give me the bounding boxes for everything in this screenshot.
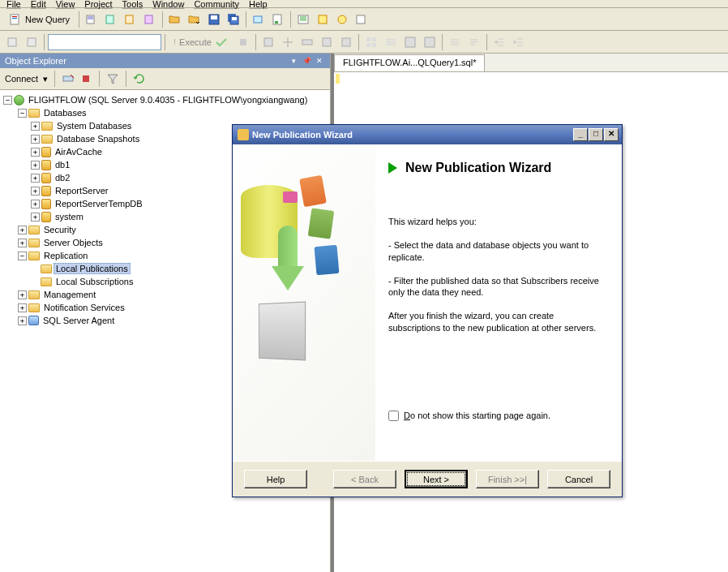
- dropdown-icon[interactable]: ▾: [288, 56, 299, 66]
- execute-button[interactable]: ! Execute: [169, 34, 233, 50]
- tb-btn-7[interactable]: [294, 11, 312, 28]
- tb-btn-3[interactable]: [122, 11, 139, 28]
- finish-button: Finish >>|: [476, 470, 539, 488]
- tree-toggle[interactable]: +: [31, 200, 40, 209]
- tree-toggle[interactable]: +: [18, 239, 27, 247]
- tb-btn-9[interactable]: [333, 11, 351, 28]
- tree-reportserver[interactable]: ReportServer: [53, 185, 110, 196]
- tb-btn-4[interactable]: [141, 11, 159, 28]
- indent-button[interactable]: [490, 33, 508, 51]
- refresh-icon[interactable]: [133, 72, 146, 85]
- close-button[interactable]: ✕: [604, 128, 619, 141]
- tb2-btn-6[interactable]: [318, 33, 336, 51]
- outdent-button[interactable]: [510, 33, 528, 51]
- svg-rect-32: [386, 44, 396, 45]
- close-panel-icon[interactable]: ✕: [314, 56, 325, 66]
- tree-local-subscriptions[interactable]: Local Subscriptions: [54, 276, 135, 287]
- wizard-titlebar[interactable]: New Publication Wizard _ □ ✕: [233, 125, 622, 144]
- tree-toggle[interactable]: +: [18, 290, 27, 299]
- menu-view[interactable]: View: [56, 0, 75, 9]
- tree-toggle[interactable]: +: [31, 161, 40, 170]
- tree-databases[interactable]: Databases: [41, 107, 89, 118]
- open-button[interactable]: [166, 11, 184, 28]
- menu-edit[interactable]: Edit: [31, 0, 46, 9]
- tb2-btn-7[interactable]: [337, 33, 355, 51]
- minimize-button[interactable]: _: [573, 128, 588, 141]
- tree-toggle[interactable]: +: [18, 226, 27, 234]
- tree-toggle[interactable]: +: [31, 213, 40, 221]
- tree-reportservertemp[interactable]: ReportServerTempDB: [53, 198, 145, 209]
- tree-system-db[interactable]: system: [53, 211, 86, 222]
- tree-toggle[interactable]: −: [18, 252, 27, 260]
- tb2-btn-12[interactable]: [446, 33, 464, 51]
- tree-db2[interactable]: db2: [53, 172, 72, 183]
- dont-show-label[interactable]: DDo not show this starting page again.o …: [404, 411, 550, 420]
- menu-community[interactable]: Community: [194, 0, 239, 9]
- tb2-btn-2[interactable]: [23, 33, 41, 51]
- tree-security[interactable]: Security: [41, 224, 79, 235]
- stop-icon-2[interactable]: [79, 72, 92, 85]
- tree-toggle[interactable]: +: [31, 135, 40, 144]
- menu-help[interactable]: Help: [249, 0, 268, 9]
- tree-toggle[interactable]: +: [31, 174, 40, 183]
- tree-toggle[interactable]: +: [31, 122, 40, 131]
- new-query-button[interactable]: New Query: [3, 11, 75, 28]
- tree-system-databases[interactable]: System Databases: [54, 120, 134, 131]
- filter-icon[interactable]: [106, 72, 119, 85]
- new-query-label: New Query: [25, 15, 70, 24]
- tb-btn-6[interactable]: [269, 11, 287, 28]
- tb2-btn-5[interactable]: [298, 33, 316, 51]
- disconnect-icon[interactable]: [62, 72, 75, 85]
- tree-toggle[interactable]: +: [31, 148, 40, 157]
- tb-btn-1[interactable]: [83, 11, 101, 28]
- tb2-btn-13[interactable]: [465, 33, 483, 51]
- menu-tools[interactable]: Tools: [122, 0, 143, 9]
- svg-rect-23: [302, 40, 312, 45]
- connect-dropdown[interactable]: ▾: [43, 74, 48, 84]
- tree-server[interactable]: FLIGHTFLOW (SQL Server 9.0.4035 - FLIGHT…: [26, 94, 310, 105]
- tb-btn-5[interactable]: [250, 11, 268, 28]
- tb-btn-10[interactable]: [353, 11, 370, 28]
- help-button[interactable]: Help: [244, 470, 307, 488]
- tree-db1[interactable]: db1: [53, 159, 72, 170]
- folder-icon: [41, 277, 52, 286]
- menu-file[interactable]: File: [6, 0, 21, 9]
- pin-icon[interactable]: 📌: [301, 56, 312, 66]
- tree-local-publications[interactable]: Local Publications: [54, 263, 131, 274]
- save-all-button[interactable]: [225, 11, 242, 28]
- stop-button[interactable]: [234, 33, 252, 51]
- connect-button[interactable]: Connect: [5, 74, 38, 84]
- tree-toggle[interactable]: +: [18, 316, 27, 325]
- cancel-button[interactable]: Cancel: [547, 470, 610, 488]
- maximize-button[interactable]: □: [589, 128, 603, 141]
- tree-replication[interactable]: Replication: [41, 250, 90, 261]
- open-dropdown[interactable]: [186, 11, 203, 28]
- tb2-btn-3[interactable]: [259, 33, 277, 51]
- menu-window[interactable]: Window: [152, 0, 184, 9]
- tree-server-objects[interactable]: Server Objects: [41, 237, 105, 248]
- tb-btn-2[interactable]: [102, 11, 120, 28]
- menu-project[interactable]: Project: [84, 0, 112, 9]
- save-button[interactable]: [205, 11, 223, 28]
- check-icon: [215, 36, 228, 49]
- tb2-btn-10[interactable]: [401, 33, 419, 51]
- dont-show-checkbox[interactable]: [388, 411, 399, 421]
- tree-db-snapshots[interactable]: Database Snapshots: [54, 133, 142, 144]
- next-button[interactable]: Next >: [405, 470, 468, 488]
- document-tab[interactable]: FLIGHTFLOW.Ai...QLQuery1.sql*: [334, 54, 485, 71]
- tree-toggle[interactable]: +: [31, 187, 40, 196]
- tree-toggle[interactable]: +: [18, 303, 27, 312]
- tree-notification-services[interactable]: Notification Services: [41, 302, 127, 313]
- tree-sql-server-agent[interactable]: SQL Server Agent: [41, 315, 117, 326]
- tb-btn-8[interactable]: [314, 11, 332, 28]
- tb2-btn-9[interactable]: [382, 33, 400, 51]
- tb2-btn-8[interactable]: [362, 33, 380, 51]
- tb2-btn-1[interactable]: [3, 33, 21, 51]
- tree-toggle[interactable]: −: [3, 96, 12, 105]
- tree-toggle[interactable]: −: [18, 109, 27, 118]
- tb2-btn-4[interactable]: [279, 33, 297, 51]
- database-combo[interactable]: [48, 34, 161, 50]
- tb2-btn-11[interactable]: [421, 33, 439, 51]
- tree-management[interactable]: Management: [41, 289, 98, 300]
- tree-airavcache[interactable]: AirAvCache: [53, 146, 105, 157]
